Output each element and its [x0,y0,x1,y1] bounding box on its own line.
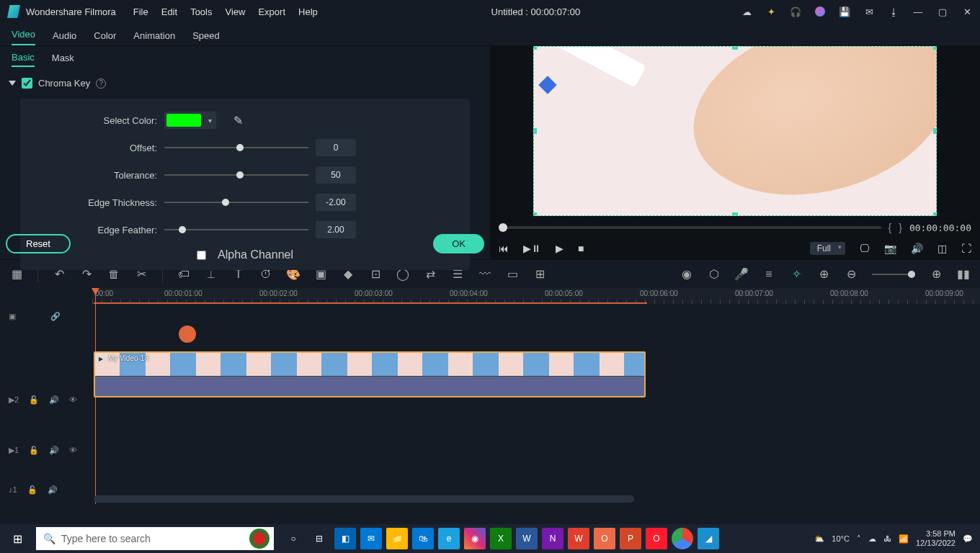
opera-icon[interactable]: O [646,528,667,549]
compare-icon[interactable]: ◫ [937,243,947,254]
visibility-icon[interactable]: 👁 [69,395,77,404]
menu-tools[interactable]: Tools [190,6,212,17]
track-a1[interactable] [92,451,980,480]
explorer-icon[interactable]: 📁 [386,528,408,549]
link-icon[interactable]: 🔗 [50,312,61,321]
lock-icon[interactable]: 🔓 [27,485,37,495]
tab-animation[interactable]: Animation [133,30,175,45]
menu-file[interactable]: File [133,6,148,17]
mark-in-icon[interactable]: { [888,222,892,233]
display-icon[interactable]: 🖵 [860,243,870,254]
noise-icon[interactable]: 〰 [478,268,491,281]
fullscreen-icon[interactable]: ⛶ [961,243,971,254]
resize-handle[interactable] [933,212,937,216]
collapse-icon[interactable] [9,81,16,86]
mute-icon[interactable]: 🔊 [49,395,59,405]
edge-thickness-slider[interactable] [164,197,308,208]
preview-frame[interactable] [533,46,937,216]
weather-icon[interactable]: ⛅ [814,534,824,544]
onenote-icon[interactable]: N [542,528,564,549]
tab-video[interactable]: Video [12,29,35,45]
audio-mixer-icon[interactable]: ≡ [762,268,775,281]
close-icon[interactable]: ✕ [961,6,973,17]
office-icon[interactable]: O [594,528,615,549]
edge-thickness-value[interactable]: -2.00 [316,194,356,211]
chroma-key-checkbox[interactable] [22,78,32,89]
lightbulb-icon[interactable]: ✦ [765,6,777,17]
add-marker-icon[interactable]: ⊕ [817,268,830,281]
menu-edit[interactable]: Edit [161,6,177,17]
track-v2[interactable]: ▶ My Video-13 [92,350,980,400]
auto-ripple-icon[interactable]: ✧ [790,268,803,281]
notifications-icon[interactable]: 💬 [963,534,973,544]
system-clock[interactable]: 3:58 PM 12/13/2022 [916,529,956,548]
track-type-audio-icon[interactable]: ♪1 [9,485,17,494]
ok-button[interactable]: OK [433,234,484,253]
resize-handle[interactable] [533,128,537,134]
zoom-slider[interactable] [872,274,915,275]
menu-export[interactable]: Export [258,6,285,17]
snapshot-icon[interactable]: 📷 [884,243,896,254]
lock-icon[interactable]: 🔓 [29,395,39,405]
preview-scrub-bar[interactable] [499,226,881,229]
track-v1[interactable] [92,400,980,451]
tab-audio[interactable]: Audio [53,30,76,45]
profile-icon[interactable] [814,6,826,17]
filmora-taskbar-icon[interactable]: ◢ [698,528,719,549]
offset-slider[interactable] [164,142,308,153]
resize-handle[interactable] [933,46,937,50]
volume-icon[interactable]: 🔊 [911,243,923,254]
tab-speed[interactable]: Speed [192,30,220,45]
tolerance-slider[interactable] [164,169,308,181]
offset-value[interactable]: 0 [316,139,356,156]
lock-icon[interactable]: 🔓 [29,446,39,455]
tray-network-icon[interactable]: 🖧 [883,534,891,543]
download-icon[interactable]: ⭳ [888,6,899,17]
headphones-icon[interactable]: 🎧 [790,6,801,17]
wps-icon[interactable]: W [568,528,589,549]
resize-handle[interactable] [533,212,537,216]
stop-icon[interactable]: ■ [578,243,584,254]
chroma-key-header[interactable]: Chroma Key ? [0,72,490,94]
horizontal-scrollbar[interactable] [94,495,634,503]
menu-help[interactable]: Help [298,6,318,17]
powerpoint-icon[interactable]: P [620,528,641,549]
zoom-out-icon[interactable]: ⊖ [845,268,858,281]
mail-app-icon[interactable]: ✉ [360,528,382,549]
weather-text[interactable]: 10°C [832,534,850,543]
track-motion-icon[interactable]: ◉ [680,268,693,281]
tray-onedrive-icon[interactable]: ☁ [868,534,876,544]
resize-handle[interactable] [933,128,937,134]
mute-icon[interactable]: 🔊 [49,446,59,455]
resize-handle[interactable] [732,212,738,216]
word-icon[interactable]: W [516,528,538,549]
track-type-video-icon[interactable]: ▶2 [9,395,19,405]
subtab-mask[interactable]: Mask [52,53,74,66]
save-icon[interactable]: 💾 [839,6,850,17]
zoom-fit-icon[interactable]: ▮▮ [957,268,970,281]
edge-icon[interactable]: e [438,528,460,549]
resize-handle[interactable] [533,46,537,50]
help-icon[interactable]: ? [96,78,106,89]
cortana-icon[interactable]: ○ [282,528,304,549]
taskbar-search[interactable]: 🔍 Type here to search [36,527,274,550]
instagram-icon[interactable]: ◉ [464,528,486,549]
track-type-video-icon[interactable]: ▶1 [9,446,19,455]
eyedropper-icon[interactable]: ✎ [233,114,243,127]
mic-icon[interactable]: 🎤 [735,268,748,281]
chrome-icon[interactable] [672,528,693,549]
resize-handle[interactable] [732,46,738,50]
chevron-down-icon[interactable]: ▾ [203,117,216,125]
reset-button[interactable]: Reset [6,234,71,253]
taskbar-app-icon[interactable]: ◧ [334,528,356,549]
tray-chevron-icon[interactable]: ˄ [857,534,861,544]
start-button[interactable]: ⊞ [0,524,35,553]
color-swatch-button[interactable]: ▾ [164,112,216,129]
tab-color[interactable]: Color [94,30,116,45]
play-icon[interactable]: ▶ [556,243,564,254]
store-icon[interactable]: 🛍 [412,528,434,549]
video-clip[interactable]: ▶ My Video-13 [94,351,646,397]
group-icon[interactable]: ⊞ [533,268,546,281]
cloud-icon[interactable]: ☁ [741,6,752,17]
mute-icon[interactable]: 🔊 [48,485,58,495]
